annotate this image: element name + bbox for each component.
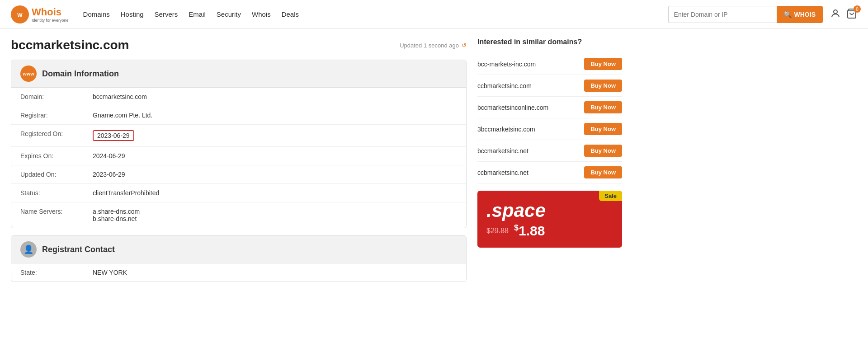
nav-item-whois[interactable]: Whois xyxy=(252,10,271,18)
updated-text: Updated 1 second ago ↺ xyxy=(400,42,467,49)
buy-now-button-4[interactable]: Buy Now xyxy=(584,145,622,157)
domain-title: bccmarketsinc.com xyxy=(11,38,129,52)
logo-icon: W xyxy=(11,5,29,23)
user-svg xyxy=(830,8,841,19)
nav-item-deals[interactable]: Deals xyxy=(282,10,299,18)
sale-tag: Sale xyxy=(599,191,622,201)
value-registrar: Gname.com Pte. Ltd. xyxy=(93,112,152,119)
person-icon: 👤 xyxy=(20,241,37,258)
navbar: W Whois Identity for everyone Domains Ho… xyxy=(0,0,868,29)
buy-now-button-2[interactable]: Buy Now xyxy=(584,101,622,113)
sale-price-number: 1.88 xyxy=(519,223,545,238)
similar-domain-name-3: 3bccmarketsinc.com xyxy=(477,126,535,133)
cart-icon[interactable]: 0 xyxy=(846,8,857,20)
www-icon: www xyxy=(20,66,37,82)
similar-domain-row-3: 3bccmarketsinc.com Buy Now xyxy=(477,118,622,140)
nav-link-domains[interactable]: Domains xyxy=(83,10,110,18)
label-updated-on: Updated On: xyxy=(20,171,93,178)
sale-old-price: $29.88 xyxy=(486,227,509,235)
logo[interactable]: W Whois Identity for everyone xyxy=(11,5,69,23)
label-name-servers: Name Servers: xyxy=(20,208,93,222)
similar-domain-row-1: ccbmarketsinc.com Buy Now xyxy=(477,75,622,97)
nav-link-email[interactable]: Email xyxy=(189,10,206,18)
similar-domain-row-2: bccmarketsinconline.com Buy Now xyxy=(477,97,622,118)
svg-point-2 xyxy=(834,10,837,14)
cart-badge: 0 xyxy=(854,5,861,13)
nav-item-domains[interactable]: Domains xyxy=(83,10,110,18)
info-row-registrar: Registrar: Gname.com Pte. Ltd. xyxy=(11,106,466,125)
similar-domain-row-4: bccmarketsinc.net Buy Now xyxy=(477,140,622,162)
buy-now-button-1[interactable]: Buy Now xyxy=(584,80,622,92)
sale-banner: Sale .space $29.88 $1.88 xyxy=(477,191,622,248)
main-content: bccmarketsinc.com Updated 1 second ago ↺… xyxy=(0,29,633,298)
nav-link-security[interactable]: Security xyxy=(217,10,241,18)
domain-title-row: bccmarketsinc.com Updated 1 second ago ↺ xyxy=(11,38,467,52)
logo-whois-label: Whois xyxy=(32,6,69,18)
similar-domain-name-5: ccbmarketsinc.net xyxy=(477,169,528,176)
similar-domain-name-0: bcc-markets-inc.com xyxy=(477,61,536,68)
info-row-registered-on: Registered On: 2023-06-29 xyxy=(11,125,466,147)
nav-link-deals[interactable]: Deals xyxy=(282,10,299,18)
sale-new-price: $1.88 xyxy=(514,223,545,239)
buy-now-button-0[interactable]: Buy Now xyxy=(584,58,622,70)
refresh-icon[interactable]: ↺ xyxy=(462,42,467,49)
sale-dollar: $ xyxy=(514,223,519,232)
value-domain: bccmarketsinc.com xyxy=(93,93,147,100)
info-row-name-servers: Name Servers: a.share-dns.comb.share-dns… xyxy=(11,202,466,228)
nav-links: Domains Hosting Servers Email Security W… xyxy=(83,10,299,18)
search-button-label: WHOIS xyxy=(794,11,816,18)
sale-domain: .space xyxy=(486,200,613,221)
similar-domain-name-1: ccbmarketsinc.com xyxy=(477,82,532,89)
label-domain: Domain: xyxy=(20,93,93,100)
info-row-status: Status: clientTransferProhibited xyxy=(11,184,466,202)
value-updated-on: 2023-06-29 xyxy=(93,171,125,178)
value-state: NEW YORK xyxy=(93,269,127,276)
domain-info-card: www Domain Information Domain: bccmarket… xyxy=(11,60,467,228)
nav-link-whois[interactable]: Whois xyxy=(252,10,271,18)
left-panel: bccmarketsinc.com Updated 1 second ago ↺… xyxy=(11,38,467,289)
nav-item-servers[interactable]: Servers xyxy=(155,10,178,18)
logo-text: Whois Identity for everyone xyxy=(32,6,69,23)
logo-tagline-label: Identity for everyone xyxy=(32,18,69,23)
similar-domain-row-0: bcc-markets-inc.com Buy Now xyxy=(477,53,622,75)
buy-now-button-5[interactable]: Buy Now xyxy=(584,166,622,178)
info-row-expires-on: Expires On: 2024-06-29 xyxy=(11,147,466,165)
nav-link-hosting[interactable]: Hosting xyxy=(121,10,144,18)
info-row-domain: Domain: bccmarketsinc.com xyxy=(11,88,466,106)
registrant-card: 👤 Registrant Contact State: NEW YORK xyxy=(11,235,467,282)
value-registered-on: 2023-06-29 xyxy=(93,130,134,141)
label-expires-on: Expires On: xyxy=(20,152,93,160)
value-name-servers: a.share-dns.comb.share-dns.net xyxy=(93,208,140,222)
similar-domain-list: bcc-markets-inc.com Buy Now ccbmarketsin… xyxy=(477,53,622,183)
label-registered-on: Registered On: xyxy=(20,130,93,141)
label-registrar: Registrar: xyxy=(20,112,93,119)
svg-text:W: W xyxy=(17,12,23,18)
info-row-state: State: NEW YORK xyxy=(11,263,466,282)
value-status: clientTransferProhibited xyxy=(93,189,159,197)
search-icon: 🔍 xyxy=(784,11,792,18)
buy-now-button-3[interactable]: Buy Now xyxy=(584,123,622,135)
search-input[interactable] xyxy=(668,6,777,23)
similar-domain-row-5: ccbmarketsinc.net Buy Now xyxy=(477,162,622,183)
nav-item-email[interactable]: Email xyxy=(189,10,206,18)
registrant-title: Registrant Contact xyxy=(42,245,115,254)
similar-domain-name-4: bccmarketsinc.net xyxy=(477,147,528,155)
domain-info-header: www Domain Information xyxy=(11,60,466,88)
updated-label: Updated 1 second ago xyxy=(400,42,459,49)
label-status: Status: xyxy=(20,189,93,197)
sale-price-row: $29.88 $1.88 xyxy=(486,223,613,239)
similar-domains-title: Interested in similar domains? xyxy=(477,38,622,46)
info-row-updated-on: Updated On: 2023-06-29 xyxy=(11,165,466,184)
search-area: 🔍 WHOIS 0 xyxy=(668,6,857,23)
right-panel: Interested in similar domains? bcc-marke… xyxy=(477,38,622,289)
user-icon[interactable] xyxy=(830,8,841,20)
domain-info-title: Domain Information xyxy=(42,69,119,79)
label-state: State: xyxy=(20,269,93,276)
value-expires-on: 2024-06-29 xyxy=(93,152,125,160)
nav-link-servers[interactable]: Servers xyxy=(155,10,178,18)
nav-item-security[interactable]: Security xyxy=(217,10,241,18)
search-button[interactable]: 🔍 WHOIS xyxy=(777,6,823,23)
similar-domain-name-2: bccmarketsinconline.com xyxy=(477,104,548,111)
registrant-header: 👤 Registrant Contact xyxy=(11,236,466,263)
nav-item-hosting[interactable]: Hosting xyxy=(121,10,144,18)
